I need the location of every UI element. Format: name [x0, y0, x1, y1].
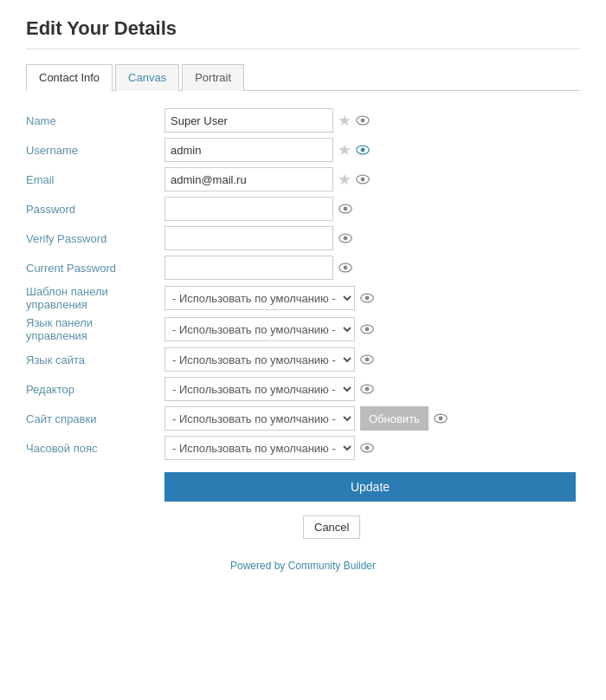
input-username[interactable]	[164, 138, 333, 162]
eye-icon-admin-language[interactable]	[360, 322, 374, 336]
tab-canvas[interactable]: Canvas	[115, 64, 179, 91]
select-admin-language[interactable]: - Использовать по умолчанию -	[164, 317, 355, 341]
controls-username	[164, 138, 580, 162]
star-icon-username[interactable]	[338, 144, 351, 156]
select-admin-template[interactable]: - Использовать по умолчанию -	[164, 286, 355, 310]
controls-name	[164, 108, 580, 133]
tab-portrait[interactable]: Portrait	[182, 64, 244, 91]
eye-icon-name[interactable]	[356, 113, 370, 127]
eye-icon-site-language[interactable]	[360, 353, 374, 366]
field-row-site-language: Язык сайта - Использовать по умолчанию -	[26, 347, 580, 372]
controls-admin-language: - Использовать по умолчанию -	[164, 317, 580, 341]
refresh-button[interactable]: Обновить	[360, 406, 429, 431]
controls-site-language: - Использовать по умолчанию -	[164, 347, 580, 372]
label-timezone: Часовой пояс	[26, 442, 164, 455]
controls-admin-template: - Использовать по умолчанию -	[164, 286, 580, 310]
cancel-wrapper: Cancel	[164, 509, 580, 539]
select-help-site[interactable]: - Использовать по умолчанию -	[164, 406, 355, 431]
input-password[interactable]	[164, 197, 333, 221]
select-timezone[interactable]: - Использовать по умолчанию -	[164, 436, 355, 460]
select-site-language[interactable]: - Использовать по умолчанию -	[164, 347, 355, 372]
svg-point-14	[344, 266, 348, 270]
field-row-editor: Редактор - Использовать по умолчанию -	[26, 377, 580, 401]
eye-icon-email[interactable]	[356, 172, 370, 186]
input-current-password[interactable]	[164, 256, 333, 280]
svg-point-18	[365, 327, 370, 332]
label-verify-password: Verify Password	[26, 232, 164, 245]
controls-verify-password	[164, 226, 580, 250]
label-editor: Редактор	[26, 383, 164, 396]
svg-point-2	[361, 119, 365, 123]
field-row-timezone: Часовой пояс - Использовать по умолчанию…	[26, 436, 580, 460]
tabs-bar: Contact Info Canvas Portrait	[26, 63, 580, 91]
input-name[interactable]	[164, 108, 333, 133]
label-help-site: Сайт справки	[26, 412, 164, 425]
svg-point-5	[361, 148, 365, 152]
label-password: Password	[26, 203, 164, 216]
svg-point-22	[365, 387, 370, 392]
svg-point-8	[361, 178, 365, 182]
field-row-email: Email	[26, 167, 580, 191]
label-username: Username	[26, 144, 164, 157]
cancel-button[interactable]: Cancel	[303, 515, 360, 539]
field-row-password: Password	[26, 197, 580, 221]
svg-point-26	[365, 446, 370, 450]
update-button[interactable]: Update	[164, 472, 576, 502]
field-row-verify-password: Verify Password	[26, 226, 580, 250]
label-site-language: Язык сайта	[26, 353, 164, 366]
controls-editor: - Использовать по умолчанию -	[164, 377, 580, 401]
eye-icon-editor[interactable]	[360, 382, 374, 396]
svg-marker-6	[338, 174, 351, 185]
svg-marker-0	[338, 115, 351, 126]
label-admin-template: Шаблон панели управления	[26, 285, 164, 311]
eye-icon-current-password[interactable]	[338, 261, 352, 275]
svg-point-12	[344, 237, 348, 241]
field-row-admin-language: Язык панели управления - Использовать по…	[26, 316, 580, 342]
field-row-username: Username	[26, 138, 580, 162]
title-divider	[26, 49, 580, 49]
controls-current-password	[164, 256, 580, 280]
field-row-help-site: Сайт справки - Использовать по умолчанию…	[26, 406, 580, 431]
eye-icon-password[interactable]	[338, 202, 352, 216]
footer-text: Powered by Community Builder	[26, 560, 580, 572]
label-email: Email	[26, 173, 164, 186]
controls-help-site: - Использовать по умолчанию - Обновить	[164, 406, 580, 431]
input-email[interactable]	[164, 167, 333, 191]
tab-contact-info[interactable]: Contact Info	[26, 64, 113, 91]
svg-point-16	[365, 296, 370, 301]
label-name: Name	[26, 114, 164, 127]
svg-point-24	[438, 417, 442, 421]
select-editor[interactable]: - Использовать по умолчанию -	[164, 377, 355, 401]
eye-icon-verify-password[interactable]	[338, 231, 352, 245]
eye-icon-admin-template[interactable]	[360, 291, 374, 305]
page-title: Edit Your Details	[26, 17, 580, 40]
eye-icon-help-site[interactable]	[434, 412, 448, 425]
controls-password	[164, 197, 580, 221]
field-row-current-password: Current Password	[26, 256, 580, 280]
field-row-name: Name	[26, 108, 580, 133]
input-verify-password[interactable]	[164, 226, 333, 250]
controls-email	[164, 167, 580, 191]
label-current-password: Current Password	[26, 262, 164, 275]
star-icon-email[interactable]	[338, 173, 351, 185]
field-row-admin-template: Шаблон панели управления - Использовать …	[26, 285, 580, 311]
svg-marker-3	[338, 145, 351, 155]
label-admin-language: Язык панели управления	[26, 316, 164, 342]
svg-point-20	[365, 358, 370, 362]
eye-icon-timezone[interactable]	[360, 441, 374, 455]
svg-point-10	[344, 207, 348, 211]
page-container: Edit Your Details Contact Info Canvas Po…	[0, 0, 606, 589]
controls-timezone: - Использовать по умолчанию -	[164, 436, 580, 460]
star-icon-name[interactable]	[338, 114, 351, 126]
eye-icon-username[interactable]	[356, 143, 370, 157]
form-body: Name Username	[26, 108, 580, 460]
